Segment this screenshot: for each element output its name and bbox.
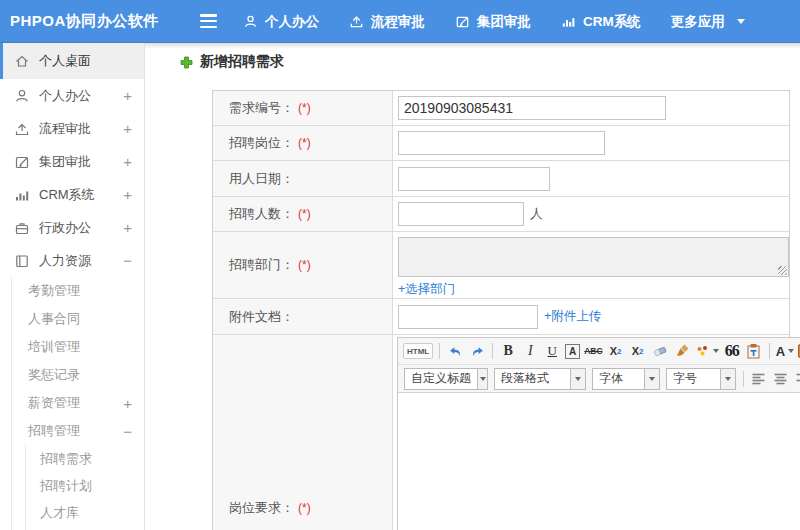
subscript-button[interactable]: X2	[629, 340, 647, 362]
chart-icon	[561, 14, 576, 29]
align-left-icon[interactable]	[750, 368, 768, 390]
sidebar-item-hr[interactable]: 人力资源 −	[0, 244, 144, 277]
expand-icon[interactable]: +	[123, 187, 132, 202]
superscript-button[interactable]: X2	[607, 340, 625, 362]
required-mark: (*)	[298, 501, 311, 515]
expand-icon[interactable]: +	[123, 396, 132, 411]
nav-label: CRM系统	[583, 13, 641, 31]
edit-icon	[455, 14, 470, 29]
sidebar-item-talent-pool[interactable]: 人才库	[0, 499, 144, 526]
sidebar-item-recruit-mgmt[interactable]: 招聘管理 −	[0, 417, 144, 445]
sidebar-item-label: 人事合同	[28, 310, 80, 328]
nav-label: 流程审批	[371, 13, 425, 31]
demand-no-input[interactable]	[398, 96, 666, 120]
blockquote-button[interactable]: 66	[723, 340, 741, 362]
editor-body[interactable]	[398, 393, 800, 530]
sidebar-item-group-approval[interactable]: 集团审批 +	[0, 145, 144, 178]
editor-toolbar-row2: 自定义标题 段落格式 字体 字号	[398, 365, 800, 393]
sidebar-item-reward-punishment[interactable]: 奖惩记录	[0, 361, 144, 389]
expand-icon[interactable]: +	[123, 220, 132, 235]
format-brush-icon[interactable]	[673, 340, 691, 362]
nav-more-apps[interactable]: 更多应用	[671, 13, 745, 31]
font-size-dropdown[interactable]: 字号	[666, 368, 736, 390]
sidebar-item-crm[interactable]: CRM系统 +	[0, 178, 144, 211]
sidebar-item-attendance[interactable]: 考勤管理	[0, 277, 144, 305]
flow-icon	[14, 121, 30, 137]
nav-personal-office[interactable]: 个人办公	[243, 13, 319, 31]
font-style-button[interactable]: A	[565, 344, 580, 359]
paragraph-format-dropdown[interactable]: 段落格式	[494, 368, 586, 390]
sidebar-item-label: 集团审批	[39, 153, 91, 171]
sidebar-item-training[interactable]: 培训管理	[0, 333, 144, 361]
eraser-icon[interactable]	[651, 340, 669, 362]
caret-down-icon	[644, 369, 659, 389]
collapse-icon[interactable]: −	[123, 253, 132, 268]
attachment-input[interactable]	[398, 305, 538, 329]
form-row-headcount: 招聘人数： (*) 人	[213, 197, 789, 232]
hamburger-menu-icon[interactable]	[200, 14, 217, 28]
app-logo: PHPOA协同办公软件	[10, 0, 159, 43]
caret-down-icon	[570, 369, 585, 389]
sidebar-item-hr-contract[interactable]: 人事合同	[0, 305, 144, 333]
sidebar-item-label: 人力资源	[39, 252, 91, 270]
attachment-upload-link[interactable]: +附件上传	[544, 308, 601, 325]
font-family-dropdown[interactable]: 字体	[592, 368, 660, 390]
paste-plain-icon[interactable]	[745, 340, 763, 362]
sidebar-item-label: CRM系统	[39, 186, 95, 204]
strikethrough-button[interactable]: ABC	[584, 340, 602, 362]
font-color-button[interactable]: A	[776, 340, 794, 362]
sidebar-item-salary[interactable]: 薪资管理 +	[0, 389, 144, 417]
sidebar-item-label: 培训管理	[28, 338, 80, 356]
recruit-form: 需求编号： (*) 招聘岗位： (*) 用人日期：	[212, 90, 790, 530]
page-title: 新增招聘需求	[179, 53, 284, 71]
home-icon	[14, 53, 30, 69]
caret-down-icon	[477, 369, 487, 389]
italic-button[interactable]: I	[521, 340, 539, 362]
color-palette-icon[interactable]	[695, 340, 719, 362]
sidebar-item-label: 招聘管理	[28, 422, 80, 440]
headcount-input[interactable]	[398, 202, 524, 226]
select-department-link[interactable]: +选择部门	[398, 281, 455, 298]
hire-date-input[interactable]	[398, 167, 550, 191]
chart-icon	[14, 187, 30, 203]
custom-title-dropdown[interactable]: 自定义标题	[404, 368, 488, 390]
redo-icon[interactable]	[468, 340, 486, 362]
expand-icon[interactable]: +	[123, 121, 132, 136]
caret-down-icon	[713, 349, 719, 353]
sidebar-item-personal-desktop[interactable]: 个人桌面	[0, 43, 144, 79]
expand-icon[interactable]: +	[123, 88, 132, 103]
sidebar-item-admin-office[interactable]: 行政办公 +	[0, 211, 144, 244]
caret-down-icon	[788, 349, 794, 353]
resize-handle[interactable]	[778, 266, 787, 275]
bold-button[interactable]: B	[499, 340, 517, 362]
flow-icon	[349, 14, 364, 29]
collapse-icon[interactable]: −	[123, 424, 132, 439]
undo-icon[interactable]	[446, 340, 464, 362]
edit-icon	[14, 154, 30, 170]
sidebar-item-recruit-plan[interactable]: 招聘计划	[0, 472, 144, 499]
sidebar-item-recruit-demand[interactable]: 招聘需求	[0, 445, 144, 472]
sidebar-item-workflow-approval[interactable]: 流程审批 +	[0, 112, 144, 145]
nav-workflow-approval[interactable]: 流程审批	[349, 13, 425, 31]
align-right-icon[interactable]	[794, 368, 800, 390]
briefcase-icon	[14, 220, 30, 236]
nav-crm-system[interactable]: CRM系统	[561, 13, 641, 31]
field-label: 用人日期：	[213, 161, 393, 196]
form-row-department: 招聘部门： (*) +选择部门	[213, 232, 789, 299]
sidebar-item-label: 奖惩记录	[28, 366, 80, 384]
field-label: 招聘人数： (*)	[213, 197, 393, 231]
sidebar-item-label: 行政办公	[39, 219, 91, 237]
html-source-button[interactable]: HTML	[403, 343, 433, 359]
field-label: 附件文档：	[213, 299, 393, 334]
sidebar-item-personal-office[interactable]: 个人办公 +	[0, 79, 144, 112]
department-textarea[interactable]	[398, 237, 789, 277]
nav-group-approval[interactable]: 集团审批	[455, 13, 531, 31]
sidebar-item-label: 考勤管理	[28, 282, 80, 300]
underline-button[interactable]: U	[543, 340, 561, 362]
required-mark: (*)	[298, 101, 311, 115]
expand-icon[interactable]: +	[123, 154, 132, 169]
caret-down-icon	[737, 19, 745, 24]
sidebar: 个人桌面 个人办公 + 流程审批 + 集团审批 + CRM系统 + 行政办公 +	[0, 43, 145, 530]
align-center-icon[interactable]	[772, 368, 790, 390]
position-input[interactable]	[398, 131, 605, 155]
